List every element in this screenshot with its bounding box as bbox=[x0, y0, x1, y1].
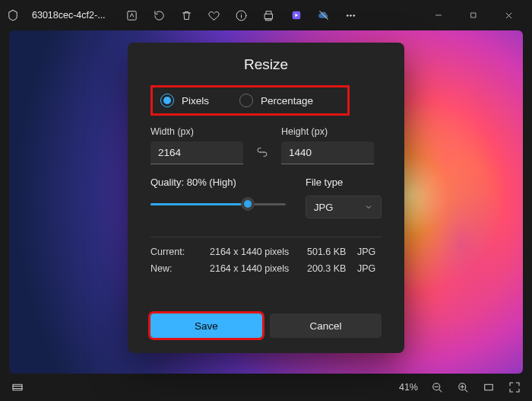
current-format: JPG bbox=[357, 247, 382, 257]
width-input[interactable] bbox=[150, 142, 243, 164]
maximize-button[interactable] bbox=[456, 3, 491, 27]
resize-dialog: Resize Pixels Percentage Width (px) Heig… bbox=[128, 43, 404, 353]
svg-rect-10 bbox=[485, 384, 493, 390]
info-icon[interactable] bbox=[229, 3, 255, 27]
svg-rect-7 bbox=[13, 384, 22, 390]
radio-pixels-label: Pixels bbox=[182, 95, 209, 107]
link-aspect-icon[interactable] bbox=[251, 141, 274, 164]
current-size: 501.6 KB bbox=[307, 247, 357, 257]
dialog-buttons: Save Cancel bbox=[150, 313, 382, 338]
radio-indicator-icon bbox=[239, 94, 253, 107]
zoom-out-icon[interactable] bbox=[430, 380, 444, 394]
svg-point-3 bbox=[347, 14, 348, 16]
more-icon[interactable] bbox=[338, 3, 364, 27]
slider-thumb[interactable] bbox=[241, 197, 255, 211]
svg-point-4 bbox=[350, 14, 352, 16]
save-button[interactable]: Save bbox=[150, 313, 262, 338]
file-name: 63018cec-4cf2-... bbox=[32, 10, 106, 21]
dialog-title: Resize bbox=[150, 56, 382, 73]
radio-indicator-icon bbox=[160, 94, 174, 107]
height-input[interactable] bbox=[281, 142, 374, 164]
quality-slider[interactable] bbox=[150, 197, 286, 211]
close-button[interactable] bbox=[491, 3, 526, 27]
statusbar: 41% bbox=[0, 374, 532, 401]
filetype-value: JPG bbox=[314, 202, 333, 213]
radio-percentage[interactable]: Percentage bbox=[239, 94, 313, 107]
divider bbox=[150, 237, 382, 237]
zoom-level: 41% bbox=[399, 382, 418, 393]
quality-group: Quality: 80% (High) bbox=[150, 177, 286, 218]
window-controls bbox=[421, 3, 526, 27]
radio-pixels[interactable]: Pixels bbox=[160, 94, 209, 107]
height-label: Height (px) bbox=[281, 126, 374, 137]
edit-icon[interactable] bbox=[119, 3, 145, 27]
fullscreen-icon[interactable] bbox=[508, 380, 521, 394]
minimize-button[interactable] bbox=[421, 3, 456, 27]
toolbar bbox=[119, 3, 364, 27]
slider-fill bbox=[150, 203, 248, 205]
svg-rect-0 bbox=[128, 11, 136, 19]
cancel-button[interactable]: Cancel bbox=[270, 313, 382, 338]
unit-radio-group: Pixels Percentage bbox=[150, 85, 350, 116]
height-field-group: Height (px) bbox=[281, 126, 374, 164]
delete-icon[interactable] bbox=[174, 3, 200, 27]
new-format: JPG bbox=[357, 263, 382, 274]
quality-label: Quality: 80% (High) bbox=[150, 177, 286, 188]
svg-point-5 bbox=[353, 14, 355, 16]
app-icon bbox=[6, 8, 20, 22]
cloud-off-icon[interactable] bbox=[311, 3, 337, 27]
zoom-in-icon[interactable] bbox=[456, 380, 470, 394]
current-dims: 2164 x 1440 pixels bbox=[210, 247, 307, 257]
app-window: 63018cec-4cf2-... 41% bbox=[0, 0, 532, 401]
size-row: Width (px) Height (px) bbox=[150, 126, 382, 164]
svg-rect-6 bbox=[471, 13, 476, 18]
filetype-label: File type bbox=[306, 177, 382, 188]
print-icon[interactable] bbox=[256, 3, 282, 27]
filmstrip-icon[interactable] bbox=[11, 380, 24, 394]
fit-icon[interactable] bbox=[482, 380, 496, 394]
chevron-down-icon bbox=[364, 202, 373, 212]
filetype-group: File type JPG bbox=[306, 177, 382, 218]
resize-info: Current: 2164 x 1440 pixels 501.6 KB JPG… bbox=[150, 247, 382, 274]
rotate-icon[interactable] bbox=[147, 3, 173, 27]
favorite-icon[interactable] bbox=[201, 3, 227, 27]
new-label: New: bbox=[150, 263, 210, 274]
current-label: Current: bbox=[150, 247, 210, 257]
filetype-select[interactable]: JPG bbox=[306, 196, 382, 218]
clipchamp-icon[interactable] bbox=[283, 3, 309, 27]
new-size: 200.3 KB bbox=[307, 263, 357, 274]
quality-row: Quality: 80% (High) File type JPG bbox=[150, 177, 382, 218]
width-field-group: Width (px) bbox=[150, 126, 243, 164]
new-dims: 2164 x 1440 pixels bbox=[210, 263, 307, 274]
radio-percentage-label: Percentage bbox=[261, 95, 313, 107]
width-label: Width (px) bbox=[150, 126, 243, 137]
titlebar: 63018cec-4cf2-... bbox=[0, 0, 532, 30]
